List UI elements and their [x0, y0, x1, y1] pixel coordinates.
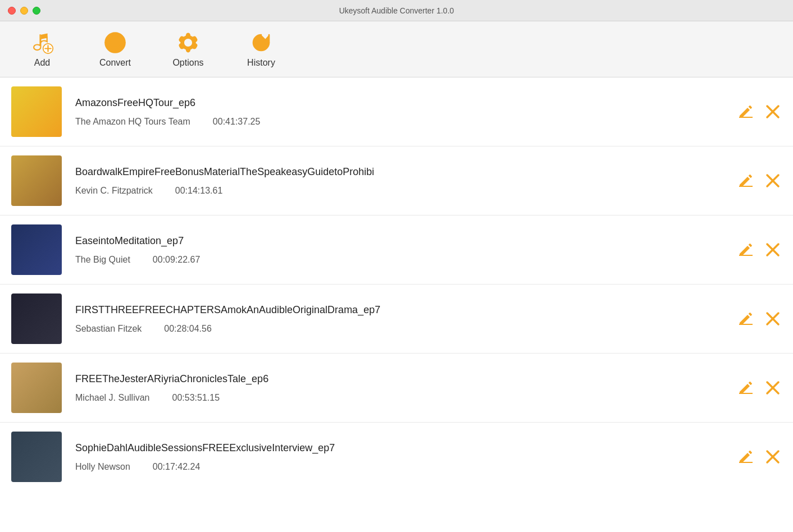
item-title: EaseintoMeditation_ep7	[75, 235, 726, 247]
item-duration: 00:41:37.25	[213, 117, 261, 127]
item-duration: 00:53:51.15	[172, 393, 220, 403]
minimize-button[interactable]	[20, 7, 28, 15]
delete-button[interactable]	[764, 172, 782, 190]
toolbar: Add Convert Options	[0, 21, 793, 77]
options-button[interactable]: Options	[168, 31, 208, 68]
thumbnail-5	[11, 363, 62, 413]
list-item: AmazonsFreeHQTour_ep6The Amazon HQ Tours…	[0, 77, 793, 146]
item-info: SophieDahlAudibleSessionsFREEExclusiveIn…	[75, 442, 726, 472]
add-button[interactable]: Add	[22, 31, 62, 68]
traffic-lights	[8, 7, 40, 15]
item-actions	[737, 310, 782, 328]
list-item: SophieDahlAudibleSessionsFREEExclusiveIn…	[0, 423, 793, 491]
item-actions	[737, 241, 782, 259]
thumbnail-6	[11, 432, 62, 482]
item-meta: Michael J. Sullivan00:53:51.15	[75, 393, 726, 403]
item-title: SophieDahlAudibleSessionsFREEExclusiveIn…	[75, 442, 726, 454]
thumbnail-4	[11, 293, 62, 344]
convert-button[interactable]: Convert	[95, 31, 135, 68]
item-title: AmazonsFreeHQTour_ep6	[75, 97, 726, 109]
item-author: Kevin C. Fitzpatrick	[75, 186, 153, 196]
item-actions	[737, 103, 782, 121]
list-item: EaseintoMeditation_ep7The Big Quiet00:09…	[0, 215, 793, 285]
item-meta: Sebastian Fitzek00:28:04.56	[75, 324, 726, 334]
edit-button[interactable]	[737, 310, 755, 328]
item-actions	[737, 379, 782, 397]
item-info: FIRSTTHREEFREECHAPTERSAmokAnAudibleOrigi…	[75, 304, 726, 334]
delete-button[interactable]	[764, 241, 782, 259]
convert-icon	[103, 31, 127, 54]
thumbnail-3	[11, 224, 62, 275]
item-author: The Big Quiet	[75, 255, 130, 265]
item-actions	[737, 172, 782, 190]
item-info: AmazonsFreeHQTour_ep6The Amazon HQ Tours…	[75, 97, 726, 127]
edit-button[interactable]	[737, 172, 755, 190]
item-duration: 00:28:04.56	[164, 324, 212, 334]
item-duration: 00:09:22.67	[153, 255, 200, 265]
item-author: Michael J. Sullivan	[75, 393, 150, 403]
close-button[interactable]	[8, 7, 16, 15]
delete-button[interactable]	[764, 310, 782, 328]
item-title: FIRSTTHREEFREECHAPTERSAmokAnAudibleOrigi…	[75, 304, 726, 316]
title-bar: Ukeysoft Audible Converter 1.0.0	[0, 0, 793, 21]
item-meta: The Big Quiet00:09:22.67	[75, 255, 726, 265]
item-info: FREETheJesterARiyriaChroniclesTale_ep6Mi…	[75, 373, 726, 403]
edit-button[interactable]	[737, 448, 755, 466]
add-label: Add	[34, 58, 50, 68]
item-duration: 00:14:13.61	[175, 186, 223, 196]
item-title: BoardwalkEmpireFreeBonusMaterialTheSpeak…	[75, 166, 726, 178]
delete-button[interactable]	[764, 103, 782, 121]
item-info: EaseintoMeditation_ep7The Big Quiet00:09…	[75, 235, 726, 265]
list-item: FIRSTTHREEFREECHAPTERSAmokAnAudibleOrigi…	[0, 285, 793, 354]
delete-button[interactable]	[764, 448, 782, 466]
item-meta: Holly Newson00:17:42.24	[75, 462, 726, 472]
convert-label: Convert	[99, 58, 131, 68]
item-author: The Amazon HQ Tours Team	[75, 117, 190, 127]
history-icon	[249, 31, 273, 54]
list-item: FREETheJesterARiyriaChroniclesTale_ep6Mi…	[0, 354, 793, 423]
item-title: FREETheJesterARiyriaChroniclesTale_ep6	[75, 373, 726, 385]
history-label: History	[247, 58, 275, 68]
item-author: Holly Newson	[75, 462, 130, 472]
item-meta: Kevin C. Fitzpatrick00:14:13.61	[75, 186, 726, 196]
history-button[interactable]: History	[241, 31, 281, 68]
edit-button[interactable]	[737, 103, 755, 121]
content-area: AmazonsFreeHQTour_ep6The Amazon HQ Tours…	[0, 77, 793, 532]
options-label: Options	[172, 58, 203, 68]
edit-button[interactable]	[737, 241, 755, 259]
thumbnail-2	[11, 155, 62, 206]
item-meta: The Amazon HQ Tours Team00:41:37.25	[75, 117, 726, 127]
options-icon	[176, 31, 200, 54]
item-author: Sebastian Fitzek	[75, 324, 142, 334]
item-duration: 00:17:42.24	[153, 462, 200, 472]
edit-button[interactable]	[737, 379, 755, 397]
item-actions	[737, 448, 782, 466]
thumbnail-1	[11, 86, 62, 137]
list-item: BoardwalkEmpireFreeBonusMaterialTheSpeak…	[0, 146, 793, 215]
add-icon	[30, 31, 54, 54]
delete-button[interactable]	[764, 379, 782, 397]
maximize-button[interactable]	[33, 7, 40, 15]
window-title: Ukeysoft Audible Converter 1.0.0	[339, 6, 454, 15]
item-info: BoardwalkEmpireFreeBonusMaterialTheSpeak…	[75, 166, 726, 196]
